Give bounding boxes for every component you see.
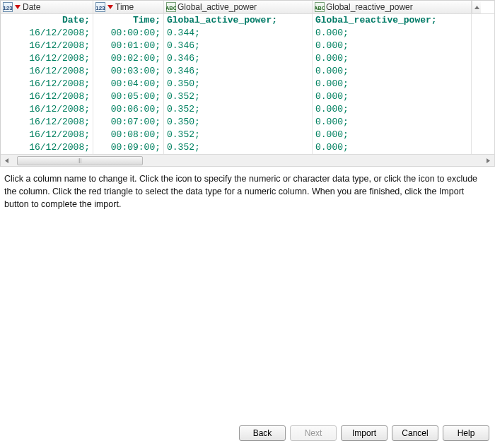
svg-text:123: 123 xyxy=(3,5,13,11)
table-row: 16/12/2008;00:01:00;0.346;0.000; xyxy=(1,40,494,52)
column-name[interactable]: Time xyxy=(115,2,134,12)
chevron-right-icon xyxy=(486,158,491,163)
cell-global_active_power: 0.352; xyxy=(164,90,313,103)
cell-time: 00:02:00; xyxy=(93,52,164,65)
column-header-time[interactable]: 123Time xyxy=(93,1,164,13)
scroll-left-arrow[interactable] xyxy=(1,155,13,166)
cell-global_reactive_power: 0.000; xyxy=(313,141,472,154)
cell-global_active_power: 0.350; xyxy=(164,116,313,129)
column-name[interactable]: Global_reactive_power xyxy=(326,2,413,12)
header-sample-row: Date;Time;Global_active_power;Global_rea… xyxy=(1,14,494,27)
next-button: Next xyxy=(290,425,337,441)
type-menu[interactable] xyxy=(14,2,21,12)
column-name[interactable]: Date xyxy=(23,2,40,12)
type-icon[interactable]: 123 xyxy=(3,2,13,12)
table-row: 16/12/2008;00:04:00;0.350;0.000; xyxy=(1,78,494,90)
cell-global_reactive_power: 0.000; xyxy=(313,78,472,90)
cell-time: 00:06:00; xyxy=(93,103,164,116)
character-type-icon: ABC xyxy=(166,2,176,12)
cell-date: Date; xyxy=(1,14,93,27)
svg-marker-12 xyxy=(487,158,490,163)
chevron-left-icon xyxy=(4,158,9,163)
table-row: 16/12/2008;00:02:00;0.346;0.000; xyxy=(1,52,494,65)
cell-global_reactive_power: Global_reactive_power; xyxy=(313,14,472,27)
red-triangle-icon xyxy=(14,2,21,12)
chevron-up-icon xyxy=(474,5,479,10)
type-menu[interactable] xyxy=(107,2,114,12)
column-header-global_reactive_power[interactable]: ABCGlobal_reactive_power xyxy=(313,1,472,13)
scroll-track[interactable] xyxy=(13,155,482,166)
cell-date: 16/12/2008; xyxy=(1,116,93,129)
cell-date: 16/12/2008; xyxy=(1,141,93,154)
horizontal-scrollbar[interactable] xyxy=(1,154,494,166)
cell-global_reactive_power: 0.000; xyxy=(313,90,472,103)
data-rows: Date;Time;Global_active_power;Global_rea… xyxy=(1,14,494,154)
table-row: 16/12/2008;00:03:00;0.346;0.000; xyxy=(1,65,494,78)
cell-time: 00:01:00; xyxy=(93,40,164,52)
svg-text:123: 123 xyxy=(95,5,105,11)
numeric-type-icon: 123 xyxy=(95,2,105,12)
cell-time: 00:03:00; xyxy=(93,65,164,78)
svg-marker-11 xyxy=(5,158,8,163)
column-header-global_active_power[interactable]: ABCGlobal_active_power xyxy=(164,1,313,13)
table-row: 16/12/2008;00:07:00;0.350;0.000; xyxy=(1,116,494,129)
cell-date: 16/12/2008; xyxy=(1,90,93,103)
cell-global_reactive_power: 0.000; xyxy=(313,27,472,40)
cell-time: 00:04:00; xyxy=(93,78,164,90)
cell-global_active_power: 0.352; xyxy=(164,103,313,116)
cell-global_reactive_power: 0.000; xyxy=(313,65,472,78)
cell-date: 16/12/2008; xyxy=(1,52,93,65)
table-row: 16/12/2008;00:09:00;0.352;0.000; xyxy=(1,141,494,154)
cell-global_active_power: 0.352; xyxy=(164,141,313,154)
cell-global_active_power: 0.346; xyxy=(164,40,313,52)
table-row: 16/12/2008;00:00:00;0.344;0.000; xyxy=(1,27,494,40)
column-name[interactable]: Global_active_power xyxy=(177,2,257,12)
svg-marker-5 xyxy=(107,5,113,9)
scroll-right-arrow[interactable] xyxy=(482,155,494,166)
svg-marker-2 xyxy=(15,5,21,9)
type-icon[interactable]: ABC xyxy=(166,2,176,12)
column-header-date[interactable]: 123Date xyxy=(1,1,93,13)
cell-global_active_power: 0.352; xyxy=(164,129,313,141)
cell-time: 00:05:00; xyxy=(93,90,164,103)
cell-global_active_power: 0.346; xyxy=(164,65,313,78)
type-icon[interactable]: ABC xyxy=(315,2,325,12)
character-type-icon: ABC xyxy=(315,2,325,12)
cell-global_reactive_power: 0.000; xyxy=(313,129,472,141)
cell-date: 16/12/2008; xyxy=(1,40,93,52)
cell-global_active_power: 0.346; xyxy=(164,52,313,65)
cancel-button[interactable]: Cancel xyxy=(392,425,438,441)
cell-global_reactive_power: 0.000; xyxy=(313,116,472,129)
import-button[interactable]: Import xyxy=(341,425,388,441)
cell-global_reactive_power: 0.000; xyxy=(313,52,472,65)
red-triangle-icon xyxy=(107,2,114,12)
table-row: 16/12/2008;00:05:00;0.352;0.000; xyxy=(1,90,494,103)
help-button[interactable]: Help xyxy=(443,425,489,441)
vertical-scroll-up[interactable] xyxy=(472,1,481,13)
cell-date: 16/12/2008; xyxy=(1,78,93,90)
cell-date: 16/12/2008; xyxy=(1,129,93,141)
cell-date: 16/12/2008; xyxy=(1,65,93,78)
cell-time: 00:08:00; xyxy=(93,129,164,141)
cell-global_active_power: 0.344; xyxy=(164,27,313,40)
cell-time: 00:00:00; xyxy=(93,27,164,40)
cell-global_active_power: Global_active_power; xyxy=(164,14,313,27)
cell-time: 00:09:00; xyxy=(93,141,164,154)
cell-global_reactive_power: 0.000; xyxy=(313,40,472,52)
back-button[interactable]: Back xyxy=(239,425,286,441)
numeric-type-icon: 123 xyxy=(3,2,13,12)
cell-time: Time; xyxy=(93,14,164,27)
cell-global_reactive_power: 0.000; xyxy=(313,103,472,116)
column-header-row: 123Date123TimeABCGlobal_active_powerABCG… xyxy=(1,1,494,14)
cell-date: 16/12/2008; xyxy=(1,27,93,40)
hint-text: Click a column name to change it. Click … xyxy=(0,167,495,211)
table-row: 16/12/2008;00:06:00;0.352;0.000; xyxy=(1,103,494,116)
type-icon[interactable]: 123 xyxy=(95,2,105,12)
table-row: 16/12/2008;00:08:00;0.352;0.000; xyxy=(1,129,494,141)
cell-global_active_power: 0.350; xyxy=(164,78,313,90)
data-preview-grid: 123Date123TimeABCGlobal_active_powerABCG… xyxy=(0,0,495,167)
svg-text:ABC: ABC xyxy=(166,5,176,11)
svg-text:ABC: ABC xyxy=(315,5,325,11)
scroll-thumb[interactable] xyxy=(17,156,143,165)
cell-date: 16/12/2008; xyxy=(1,103,93,116)
